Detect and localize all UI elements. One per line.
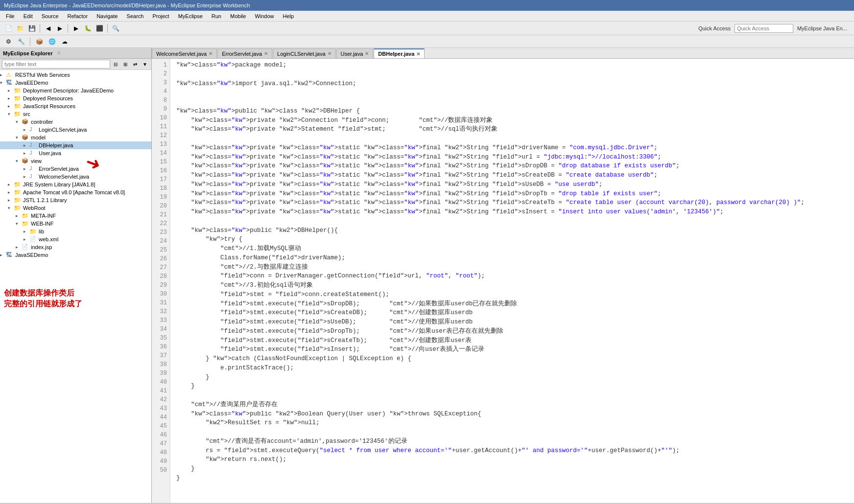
menu-refactor[interactable]: Refactor <box>64 12 92 20</box>
tree-icon-8: 📦 <box>22 134 29 141</box>
menu-search[interactable]: Search <box>123 12 148 20</box>
tree-item-13[interactable]: ▸JWelcomeServlet.java <box>0 173 151 181</box>
code-editor[interactable]: 1 2 3 4 8 9 10 11 12 13 14 15 16 17 18 1… <box>152 59 854 503</box>
tree-arrow-1[interactable]: ▾ <box>0 80 6 85</box>
menu-navigate[interactable]: Navigate <box>93 12 121 20</box>
tree-item-4[interactable]: ▸📁JavaScript Resources <box>0 102 151 110</box>
editor-tab-0[interactable]: WelcomeServlet.java✕ <box>152 48 217 58</box>
tree-arrow-9[interactable]: ▸ <box>24 143 29 148</box>
title-text: MyEclipse Java Enterprise - JavaEEDemo/s… <box>4 2 250 8</box>
tree-item-21[interactable]: ▸📄web.xml <box>0 235 151 243</box>
tree-arrow-2[interactable]: ▸ <box>8 88 14 93</box>
tree-item-5[interactable]: ▾📁src <box>0 110 151 118</box>
tree-item-20[interactable]: ▸📁lib <box>0 228 151 235</box>
tree-item-8[interactable]: ▾📦model <box>0 134 151 141</box>
toolbar2-btn1[interactable]: ⚙ <box>3 36 14 47</box>
menu-project[interactable]: Project <box>148 12 173 20</box>
toolbar2-btn4[interactable]: 🌐 <box>47 36 57 47</box>
menu-run[interactable]: Run <box>208 12 225 20</box>
explorer-tab-label[interactable]: MyEclipse Explorer <box>3 50 53 56</box>
tree-arrow-0[interactable]: ▸ <box>0 72 6 77</box>
toolbar2-btn5[interactable]: ☁ <box>59 36 70 47</box>
tree-arrow-8[interactable]: ▾ <box>16 135 22 140</box>
editor-tab-close-4[interactable]: ✕ <box>416 51 420 57</box>
toolbar-sep-3 <box>107 24 108 33</box>
menu-source[interactable]: Source <box>38 12 63 20</box>
tree-arrow-17[interactable]: ▾ <box>8 206 14 210</box>
tree-item-16[interactable]: ▸📁JSTL 1.2.1 Library <box>0 196 151 204</box>
tree-arrow-4[interactable]: ▸ <box>8 104 14 109</box>
tree-item-17[interactable]: ▾📁WebRoot <box>0 204 151 212</box>
tree-arrow-11[interactable]: ▾ <box>16 159 22 163</box>
tree-arrow-21[interactable]: ▸ <box>24 237 29 242</box>
link-editor-button[interactable]: ⇄ <box>131 60 140 69</box>
toolbar2-btn3[interactable]: 📦 <box>34 36 45 47</box>
toolbar2-btn2[interactable]: 🔧 <box>16 36 26 47</box>
tree-item-22[interactable]: ▸📄index.jsp <box>0 243 151 251</box>
editor-tab-2[interactable]: LoginCLServlet.java✕ <box>273 48 335 58</box>
tree-arrow-5[interactable]: ▾ <box>8 112 14 116</box>
explorer-menu-button[interactable]: ▼ <box>141 60 149 69</box>
toolbar-save[interactable]: 💾 <box>26 23 37 34</box>
tree-item-12[interactable]: ▸JErrorServlet.java <box>0 165 151 173</box>
tree-item-10[interactable]: ▸JUser.java <box>0 149 151 157</box>
tree-label-10: User.java <box>39 150 61 156</box>
tree-arrow-6[interactable]: ▾ <box>16 119 22 124</box>
menu-help[interactable]: Help <box>279 12 298 20</box>
editor-tab-close-3[interactable]: ✕ <box>365 51 369 56</box>
tree-label-19: WEB-INF <box>31 221 53 227</box>
editor-tab-4[interactable]: DBHelper.java✕ <box>374 48 425 58</box>
editor-tab-close-1[interactable]: ✕ <box>264 51 268 56</box>
tree-arrow-22[interactable]: ▸ <box>16 245 22 250</box>
tree-item-11[interactable]: ▾📦view <box>0 157 151 165</box>
tree-item-7[interactable]: ▸JLoginCLServlet.java <box>0 126 151 134</box>
tree-item-6[interactable]: ▾📦controller <box>0 118 151 126</box>
toolbar2-sep-1 <box>30 37 30 46</box>
tree-item-0[interactable]: ▸⚠RESTful Web Services <box>0 71 151 79</box>
toolbar-debug[interactable]: 🐛 <box>82 23 93 34</box>
toolbar-fwd[interactable]: ▶ <box>54 23 65 34</box>
editor-tab-close-0[interactable]: ✕ <box>209 51 213 56</box>
collapse-all-button[interactable]: ⊟ <box>111 60 120 69</box>
tree-arrow-23[interactable]: ▸ <box>0 252 6 257</box>
tree-item-18[interactable]: ▸📁META-INF <box>0 212 151 220</box>
menu-file[interactable]: File <box>2 12 19 20</box>
menu-mobile[interactable]: Mobile <box>226 12 250 20</box>
tree-item-14[interactable]: ▸📁JRE System Library [JAVA1.8] <box>0 181 151 188</box>
menu-myeclipse[interactable]: MyEclipse <box>174 12 207 20</box>
editor-tab-label-4: DBHelper.java <box>378 51 414 57</box>
filter-input[interactable] <box>2 60 110 69</box>
toolbar-stop[interactable]: ⬛ <box>94 23 105 34</box>
tree-item-19[interactable]: ▾📁WEB-INF <box>0 220 151 228</box>
toolbar-back[interactable]: ◀ <box>43 23 53 34</box>
tree-arrow-16[interactable]: ▸ <box>8 198 14 203</box>
tree-arrow-20[interactable]: ▸ <box>24 229 29 234</box>
editor-tab-close-2[interactable]: ✕ <box>328 51 332 56</box>
toolbar-open[interactable]: 📁 <box>15 23 25 34</box>
quick-access-input[interactable] <box>735 24 793 33</box>
tree-item-2[interactable]: ▸📁Deployment Descriptor: JavaEEDemo <box>0 87 151 94</box>
tree-arrow-3[interactable]: ▸ <box>8 96 14 101</box>
toolbar-run[interactable]: ▶ <box>71 23 81 34</box>
tree-item-1[interactable]: ▾🏗JavaEEDemo <box>0 79 151 87</box>
tree-arrow-13[interactable]: ▸ <box>24 174 29 179</box>
tree-item-15[interactable]: ▸📁Apache Tomcat v8.0 [Apache Tomcat v8.0… <box>0 188 151 196</box>
tree-arrow-7[interactable]: ▸ <box>24 127 29 132</box>
menu-window[interactable]: Window <box>251 12 278 20</box>
toolbar-new[interactable]: 📄 <box>3 23 14 34</box>
menu-edit[interactable]: Edit <box>20 12 37 20</box>
expand-all-button[interactable]: ⊞ <box>121 60 130 69</box>
tree-item-3[interactable]: ▸📁Deployed Resources <box>0 94 151 102</box>
editor-tab-3[interactable]: User.java✕ <box>336 48 374 58</box>
tree-arrow-15[interactable]: ▸ <box>8 190 14 195</box>
tree-item-23[interactable]: ▸🏗JavaSEDemo <box>0 251 151 259</box>
toolbar-search[interactable]: 🔍 <box>110 23 121 34</box>
tree-arrow-19[interactable]: ▾ <box>16 221 22 226</box>
tree-item-9[interactable]: ▸JDBHelper.java <box>0 141 151 149</box>
editor-tab-1[interactable]: ErrorServlet.java✕ <box>217 48 272 58</box>
code-content[interactable]: "kw">class="kw">package model; "kw">clas… <box>170 59 854 503</box>
tree-arrow-18[interactable]: ▸ <box>16 213 22 218</box>
tree-arrow-12[interactable]: ▸ <box>24 166 29 171</box>
tree-arrow-14[interactable]: ▸ <box>8 182 14 187</box>
tree-arrow-10[interactable]: ▸ <box>24 151 29 156</box>
